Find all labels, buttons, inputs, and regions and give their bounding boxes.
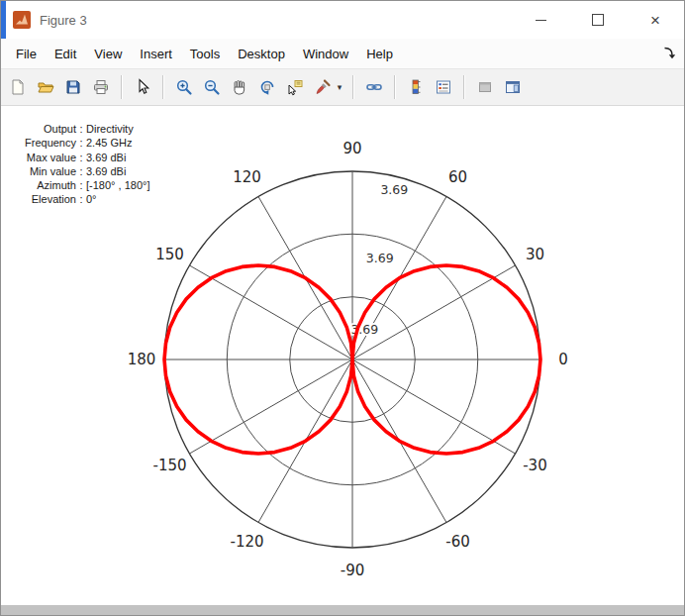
close-button[interactable]: × xyxy=(627,1,684,39)
svg-text:60: 60 xyxy=(448,168,467,186)
minimize-icon xyxy=(536,20,546,21)
zoom-in-button[interactable] xyxy=(171,74,197,100)
annotation-min-value: Min value:3.69 dBi xyxy=(13,164,149,178)
toolbar-separator xyxy=(121,75,123,99)
annotation-max-value: Max value:3.69 dBi xyxy=(13,151,149,164)
annotation-label: Frequency xyxy=(13,136,76,150)
svg-text:3.69: 3.69 xyxy=(380,182,408,197)
zoom-out-button[interactable] xyxy=(199,74,225,100)
minimize-button[interactable] xyxy=(512,1,569,39)
menu-desktop[interactable]: Desktop xyxy=(229,42,294,66)
svg-text:3.69: 3.69 xyxy=(366,251,394,265)
annotation-label: Max value xyxy=(13,151,76,164)
svg-text:0: 0 xyxy=(558,351,568,368)
svg-text:180: 180 xyxy=(128,351,156,368)
rotate-3d-button[interactable] xyxy=(254,74,280,100)
rotate-3d-icon xyxy=(258,78,276,96)
toolbar-separator xyxy=(352,75,354,99)
annotation-value: 2.45 GHz xyxy=(86,136,132,150)
svg-text:90: 90 xyxy=(342,140,361,157)
save-floppy-icon xyxy=(64,78,82,96)
annotation-colon: : xyxy=(76,192,86,206)
annotation-label: Min value xyxy=(13,164,76,178)
print-figure-button[interactable] xyxy=(88,74,114,100)
annotation-colon: : xyxy=(76,122,86,136)
svg-text:-120: -120 xyxy=(230,533,263,551)
data-cursor-icon xyxy=(286,78,304,96)
svg-text:-60: -60 xyxy=(445,533,470,551)
annotation-label: Output xyxy=(13,122,76,136)
annotation-colon: : xyxy=(76,164,86,178)
svg-text:-30: -30 xyxy=(523,457,547,474)
dock-window-icon xyxy=(504,78,522,96)
caption-buttons: × xyxy=(512,1,684,39)
menu-edit[interactable]: Edit xyxy=(46,42,85,66)
printer-icon xyxy=(92,78,110,96)
annotation-output: Output:Directivity xyxy=(13,122,149,136)
annotation-colon: : xyxy=(76,151,86,164)
annotation-value: [-180° , 180°] xyxy=(86,178,149,192)
annotation-colon: : xyxy=(76,136,86,150)
open-file-button[interactable] xyxy=(33,74,58,100)
close-icon: × xyxy=(650,12,660,29)
annotation-value: Directivity xyxy=(86,122,134,136)
menu-tools[interactable]: Tools xyxy=(181,42,229,66)
svg-text:-90: -90 xyxy=(341,562,365,579)
annotation-colon: : xyxy=(76,178,86,192)
insert-legend-button[interactable] xyxy=(431,74,456,100)
show-plot-tools-dock-button[interactable] xyxy=(500,74,526,100)
menu-insert[interactable]: Insert xyxy=(131,42,181,66)
ring-tick-labels: 3.693.693.69 xyxy=(350,182,408,337)
data-cursor-button[interactable] xyxy=(282,74,308,100)
svg-text:30: 30 xyxy=(526,246,544,263)
brush-data-dropdown-button[interactable]: ▾ xyxy=(334,74,345,100)
titlebar: Figure 3 × xyxy=(1,1,684,39)
link-plot-button[interactable] xyxy=(361,74,387,100)
colorbar-icon xyxy=(407,78,425,96)
figure-canvas: Output:DirectivityFrequency:2.45 GHzMax … xyxy=(1,106,684,605)
zoom-out-icon xyxy=(203,78,221,96)
toolbar-separator xyxy=(394,75,396,99)
insert-colorbar-button[interactable] xyxy=(403,74,429,100)
pattern-info: Output:DirectivityFrequency:2.45 GHzMax … xyxy=(13,122,149,207)
open-folder-icon xyxy=(37,78,54,96)
brush-icon xyxy=(314,78,332,96)
link-plot-icon xyxy=(365,78,383,96)
menu-window[interactable]: Window xyxy=(294,42,357,66)
save-figure-button[interactable] xyxy=(60,74,86,100)
menu-help[interactable]: Help xyxy=(357,42,402,66)
annotation-frequency: Frequency:2.45 GHz xyxy=(13,136,149,150)
toolbar-separator xyxy=(463,75,465,99)
hide-plot-tools-button[interactable] xyxy=(472,74,498,100)
svg-text:-150: -150 xyxy=(153,457,187,474)
annotation-value: 0° xyxy=(86,192,97,206)
annotation-value: 3.69 dBi xyxy=(86,151,126,164)
menu-view[interactable]: View xyxy=(85,42,131,66)
undock-arrow-icon[interactable] xyxy=(662,46,676,64)
edit-plot-button[interactable] xyxy=(130,74,155,100)
annotation-value: 3.69 dBi xyxy=(86,164,126,178)
matlab-logo-icon xyxy=(13,11,31,29)
svg-text:120: 120 xyxy=(233,168,261,186)
brush-data-button[interactable] xyxy=(310,74,336,100)
edit-arrow-icon xyxy=(134,78,151,96)
menu-bar: FileEditViewInsertToolsDesktopWindowHelp xyxy=(1,39,684,69)
zoom-in-icon xyxy=(175,78,193,96)
figure-window: Figure 3 × FileEditViewInsertToolsDeskto… xyxy=(0,0,685,616)
annotation-label: Azimuth xyxy=(13,178,76,192)
window-title: Figure 3 xyxy=(40,13,87,28)
toolbar-separator xyxy=(162,75,164,99)
new-figure-button[interactable] xyxy=(5,74,31,100)
menu-file[interactable]: File xyxy=(7,42,46,66)
annotation-azimuth: Azimuth:[-180° , 180°] xyxy=(13,178,149,192)
legend-icon xyxy=(435,78,452,96)
maximize-icon xyxy=(592,14,604,26)
maximize-button[interactable] xyxy=(569,1,627,39)
pan-hand-icon xyxy=(231,78,248,96)
annotation-elevation: Elevation:0° xyxy=(13,192,149,206)
pan-button[interactable] xyxy=(227,74,252,100)
toolbar: ▾ xyxy=(1,69,684,106)
svg-text:150: 150 xyxy=(155,246,184,263)
desktop-background-sliver xyxy=(1,1,6,39)
annotation-label: Elevation xyxy=(13,192,76,206)
